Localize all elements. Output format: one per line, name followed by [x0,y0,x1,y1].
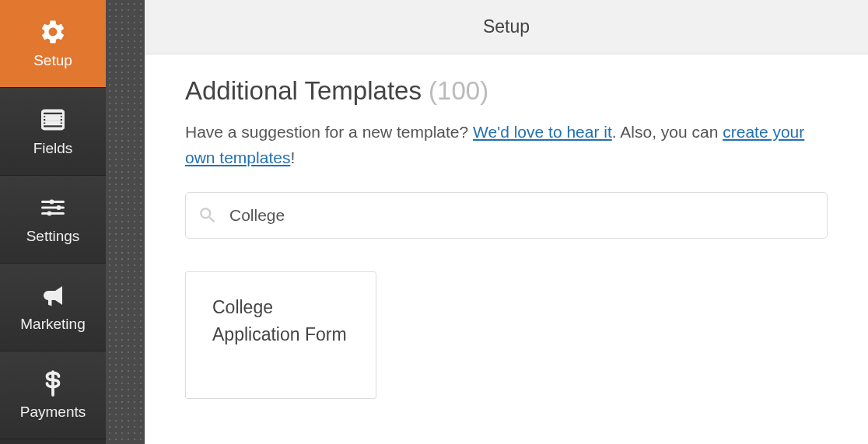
template-card-title: College Application Form [212,294,349,348]
sidebar-item-marketing[interactable]: Marketing [0,264,106,351]
desc-suffix: ! [290,149,295,166]
svg-point-5 [57,205,61,210]
heading-text: Additional Templates [185,76,422,105]
svg-point-6 [47,212,52,216]
svg-point-4 [50,200,54,205]
link-hear-suggestion[interactable]: We'd love to hear it [473,123,612,141]
section-description: Have a suggestion for a new template? We… [185,120,828,170]
sliders-icon [39,194,67,222]
search-box [185,192,828,239]
sidebar: Setup Fields Settings Marketing Payments [0,0,106,444]
sidebar-item-settings[interactable]: Settings [0,176,106,264]
sidebar-item-payments[interactable]: Payments [0,351,106,439]
content-panel: Additional Templates (100) Have a sugges… [145,54,868,444]
sidebar-item-label: Settings [26,228,80,245]
sidebar-item-fields[interactable]: Fields [0,88,106,176]
main-area: Setup Additional Templates (100) Have a … [106,0,868,444]
template-card-college-application[interactable]: College Application Form [185,271,376,399]
template-grid: College Application Form [185,271,828,399]
sidebar-item-label: Fields [33,140,73,157]
megaphone-icon [39,281,67,309]
page-title: Setup [483,16,530,37]
dollar-icon [39,369,67,397]
sidebar-item-label: Setup [33,52,72,69]
desc-mid: . Also, you can [612,123,723,141]
search-input[interactable] [185,192,828,239]
heading-count: (100) [429,76,488,105]
gear-icon [39,18,67,46]
list-icon [39,106,67,134]
header-bar: Setup [145,0,868,54]
dot-strip [106,0,145,444]
sidebar-item-setup[interactable]: Setup [0,0,106,88]
sidebar-item-label: Marketing [20,316,85,333]
search-icon [198,205,218,225]
desc-prefix: Have a suggestion for a new template? [185,123,473,141]
sidebar-item-label: Payments [20,404,86,421]
section-heading: Additional Templates (100) [185,76,828,106]
